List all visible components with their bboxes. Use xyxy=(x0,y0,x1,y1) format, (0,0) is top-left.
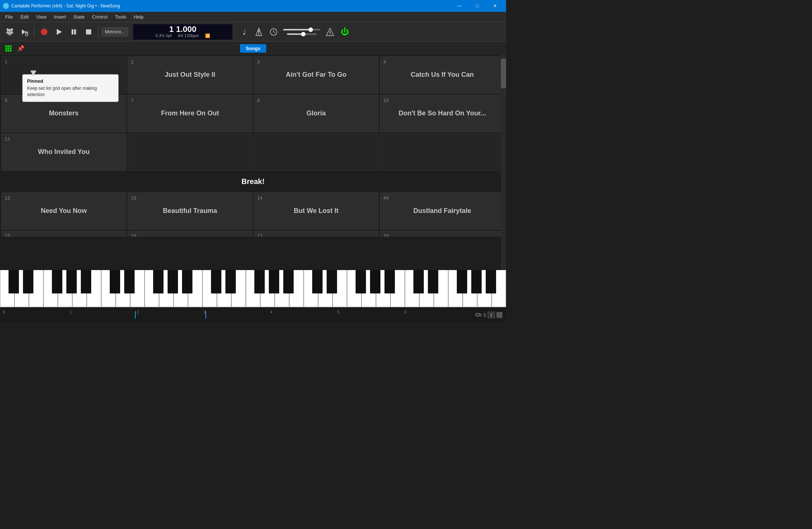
volume-thumb-1[interactable] xyxy=(308,27,313,32)
pin-button[interactable]: 📌 xyxy=(16,43,26,53)
volume-thumb-2[interactable] xyxy=(301,32,306,36)
piano-black-key[interactable] xyxy=(254,270,264,293)
clock-button[interactable] xyxy=(267,25,280,39)
piano-black-key[interactable] xyxy=(81,270,91,293)
song-num-10: 10 xyxy=(383,98,389,103)
grid-view-button[interactable] xyxy=(3,43,13,53)
song-cell-10[interactable]: 10 Don't Be So Hard On Your... xyxy=(380,95,505,132)
stop-button[interactable] xyxy=(82,25,95,39)
metronome-icon-button[interactable] xyxy=(252,25,265,39)
piano-black-key[interactable] xyxy=(168,270,178,293)
partial-cell-3[interactable]: 17 Moni... xyxy=(254,231,379,237)
song-cell-44[interactable]: 44 Dustland Fairytale xyxy=(380,193,505,230)
piano-black-key[interactable] xyxy=(486,270,496,293)
record-button[interactable] xyxy=(37,25,51,39)
menu-help[interactable]: Help xyxy=(130,13,147,21)
song-title-14: But We Lost It xyxy=(294,207,339,215)
transport-display: 1 1.000 0.3% 0pf 4/4 120bpm 📶 xyxy=(133,24,233,40)
song-cell-13[interactable]: 13 Beautiful Trauma xyxy=(128,193,252,230)
music-note-button[interactable]: ♩ xyxy=(237,25,251,39)
tl-label-1: 1 xyxy=(70,310,72,314)
partial-cell-4[interactable]: 18 Bl... xyxy=(380,231,505,237)
volume-control xyxy=(283,29,320,35)
menu-state[interactable]: State xyxy=(70,13,88,21)
song-title-12: Need You Now xyxy=(41,207,87,215)
song-num-44: 44 xyxy=(383,195,389,201)
partial-cell-1[interactable]: 15 Who We... xyxy=(1,231,126,237)
volume-track-2[interactable] xyxy=(287,33,317,35)
partial-cell-2[interactable]: 16 Absolute xyxy=(128,231,252,237)
piano-black-key[interactable] xyxy=(356,270,366,293)
song-cell-12[interactable]: 12 Need You Now xyxy=(1,193,126,230)
svg-point-15 xyxy=(330,34,330,35)
song-cell-empty-3[interactable] xyxy=(380,134,505,171)
piano-black-key[interactable] xyxy=(457,270,467,293)
menu-edit[interactable]: Edit xyxy=(17,13,32,21)
warning-icon-button[interactable] xyxy=(323,25,337,39)
piano-black-key[interactable] xyxy=(225,270,235,293)
piano-black-key[interactable] xyxy=(283,270,293,293)
window-controls: — □ ✕ xyxy=(451,0,503,12)
menu-view[interactable]: View xyxy=(32,13,50,21)
timeline-ruler: 0 1 2 3 4 5 6 xyxy=(4,311,472,319)
piano-black-key[interactable] xyxy=(52,270,62,293)
song-cell-empty-1[interactable] xyxy=(128,134,252,171)
song-num-2: 2 xyxy=(131,59,133,65)
piano-black-key[interactable] xyxy=(153,270,163,293)
volume-track-1[interactable] xyxy=(283,29,320,30)
song-num-13: 13 xyxy=(131,195,136,201)
svg-rect-4 xyxy=(72,29,73,34)
piano-black-key[interactable] xyxy=(327,270,337,293)
song-num-14: 14 xyxy=(257,195,263,201)
transport-sub-info: 0.3% 0pf 4/4 120bpm 📶 xyxy=(155,33,210,38)
channel-box[interactable]: 1 xyxy=(488,312,495,318)
piano-black-key[interactable] xyxy=(370,270,380,293)
toolbar-separator-2 xyxy=(98,26,99,37)
song-cell-empty-2[interactable] xyxy=(254,134,379,171)
menu-tools[interactable]: Tools xyxy=(111,13,130,21)
menu-insert[interactable]: Insert xyxy=(50,13,70,21)
toolbar: 🐺 Metrono... 1 1.000 0.3% 0pf 4/4 120bpm xyxy=(0,22,506,42)
song-cell-4[interactable]: 4 Catch Us If You Can xyxy=(380,56,505,93)
scrollbar-thumb[interactable] xyxy=(501,59,506,88)
song-cell-8[interactable]: 8 Gloria xyxy=(254,95,379,132)
song-cell-3[interactable]: 3 Ain't Got Far To Go xyxy=(254,56,379,93)
piano-black-key[interactable] xyxy=(110,270,120,293)
song-title-10: Don't Be So Hard On Your... xyxy=(399,109,486,118)
song-cell-11[interactable]: 11 Who Invited You xyxy=(1,134,126,171)
song-cell-2[interactable]: 2 Just Out Style II xyxy=(128,56,252,93)
menu-control[interactable]: Control xyxy=(88,13,111,21)
song-num-1: 1 xyxy=(5,59,7,65)
piano-black-key[interactable] xyxy=(384,270,395,293)
svg-point-2 xyxy=(41,29,47,35)
songs-tab[interactable]: Songs xyxy=(240,44,267,53)
piano-black-key[interactable] xyxy=(269,270,279,293)
song-title-44: Dustland Fairytale xyxy=(413,207,471,215)
maximize-button[interactable]: □ xyxy=(469,0,485,12)
piano-black-key[interactable] xyxy=(9,270,19,293)
piano-black-key[interactable] xyxy=(66,270,76,293)
svg-line-12 xyxy=(274,32,275,33)
minimize-button[interactable]: — xyxy=(451,0,468,12)
piano-black-key[interactable] xyxy=(124,270,134,293)
wolf-icon-button[interactable]: 🐺 xyxy=(3,25,16,39)
piano-black-key[interactable] xyxy=(413,270,423,293)
play-button[interactable] xyxy=(52,25,66,39)
pause-button[interactable] xyxy=(67,25,80,39)
close-button[interactable]: ✕ xyxy=(487,0,503,12)
piano-black-key[interactable] xyxy=(312,270,322,293)
scrollbar[interactable] xyxy=(501,55,506,270)
piano-black-key[interactable] xyxy=(428,270,438,293)
song-num-7: 7 xyxy=(131,98,133,103)
song-cell-7[interactable]: 7 From Here On Out xyxy=(128,95,252,132)
piano-black-key[interactable] xyxy=(23,270,33,293)
position-display: 0.3% 0pf xyxy=(155,33,171,38)
metronome-button[interactable]: Metrono... xyxy=(102,27,128,36)
piano-black-key[interactable] xyxy=(182,270,192,293)
menu-file[interactable]: File xyxy=(1,13,17,21)
power-button[interactable]: ⏻ xyxy=(338,25,351,39)
piano-black-key[interactable] xyxy=(211,270,221,293)
select-lock-button[interactable] xyxy=(18,25,31,39)
piano-black-key[interactable] xyxy=(471,270,481,293)
song-cell-14[interactable]: 14 But We Lost It xyxy=(254,193,379,230)
